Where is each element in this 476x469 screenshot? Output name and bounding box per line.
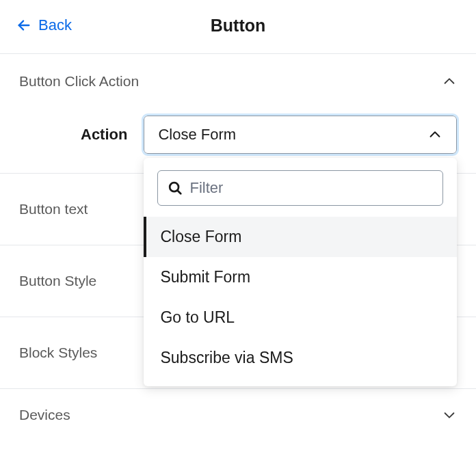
dropdown-option-subscribe-sms[interactable]: Subscribe via SMS [144,338,457,378]
chevron-up-icon [442,74,457,89]
back-arrow-icon [16,18,31,33]
filter-input[interactable] [189,179,433,197]
action-select-wrapper: Close Form [144,116,457,154]
section-button-click-action[interactable]: Button Click Action [0,54,476,109]
section-title: Button Click Action [19,73,139,90]
chevron-up-icon [427,127,442,142]
row-title: Button Style [19,273,96,289]
dropdown-option-go-to-url[interactable]: Go to URL [144,297,457,338]
dropdown-option-close-form[interactable]: Close Form [144,217,457,257]
action-row: Action Close Form [0,109,476,174]
filter-wrapper [144,170,457,217]
header: Back Button [0,0,476,53]
section-devices: Devices [0,389,476,441]
search-icon [168,180,183,196]
action-select-value: Close Form [158,126,236,144]
row-title: Block Styles [19,345,97,361]
row-devices[interactable]: Devices [0,389,476,441]
filter-input-container[interactable] [157,170,443,206]
action-select[interactable]: Close Form [144,116,457,154]
back-button[interactable]: Back [16,16,72,34]
action-label: Action [81,126,127,144]
content: Button Click Action Action Close Form [0,54,476,441]
page-title: Button [211,16,266,36]
dropdown-option-submit-form[interactable]: Submit Form [144,257,457,297]
row-title: Button text [19,201,88,217]
back-label: Back [38,16,72,34]
row-title: Devices [19,407,70,423]
chevron-down-icon [442,407,457,423]
action-dropdown: Close Form Submit Form Go to URL Subscri… [144,158,457,386]
svg-line-2 [178,191,181,194]
